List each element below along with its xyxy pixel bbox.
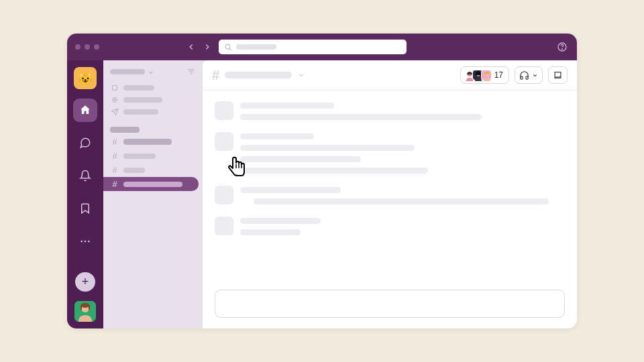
channel-sidebar: # # # #: [103, 60, 203, 328]
canvas-button[interactable]: [548, 66, 568, 84]
filter-icon[interactable]: [186, 67, 196, 76]
chevron-down-icon[interactable]: [297, 71, 305, 79]
app-window: 😺 +: [67, 34, 577, 328]
window-zoom-dot[interactable]: [94, 44, 99, 50]
rail-activity[interactable]: [73, 164, 97, 188]
svg-point-2: [561, 49, 562, 50]
hash-icon: #: [110, 179, 119, 189]
rail-later[interactable]: [73, 197, 97, 221]
sidebar-channel-item[interactable]: #: [103, 163, 203, 177]
message-avatar-skeleton: [215, 101, 233, 120]
hash-icon: #: [110, 151, 119, 161]
workspace-switcher[interactable]: 😺: [74, 67, 97, 89]
sidebar-channel-item-selected[interactable]: #: [103, 177, 199, 191]
history-nav: [185, 41, 213, 53]
rail-home[interactable]: [73, 99, 97, 122]
sidebar-channel-item[interactable]: #: [103, 149, 203, 163]
message-avatar-skeleton: [215, 132, 233, 151]
message-line-skeleton: [240, 168, 428, 174]
message-line-skeleton: [240, 156, 361, 162]
channel-name-skeleton: [123, 154, 156, 159]
home-icon: [79, 104, 91, 116]
channel-name-skeleton: [123, 182, 182, 187]
user-avatar[interactable]: [74, 301, 96, 322]
workspace-name-skeleton: [110, 69, 145, 74]
sidebar-item-mentions[interactable]: [103, 94, 203, 106]
avatar-icon: [74, 301, 96, 322]
message-line-skeleton: [240, 187, 341, 193]
canvas-icon: [553, 70, 563, 80]
search-input[interactable]: [219, 40, 407, 54]
workspace-rail: 😺 +: [67, 60, 103, 328]
sidebar-label-skeleton: [123, 109, 158, 115]
svg-point-4: [85, 241, 87, 243]
message-item[interactable]: [215, 186, 565, 204]
chat-icon: [79, 137, 91, 149]
more-icon: [79, 235, 91, 247]
message-item[interactable]: [215, 217, 565, 235]
sidebar-channel-item[interactable]: #: [103, 135, 203, 149]
workspace-icon: 😺: [78, 71, 93, 86]
message-list: [203, 90, 577, 290]
message-line-skeleton: [240, 218, 321, 224]
rail-dms[interactable]: [73, 131, 97, 155]
window-minimize-dot[interactable]: [85, 44, 90, 50]
sidebar-item-drafts[interactable]: [103, 106, 203, 118]
bookmark-icon: [79, 202, 91, 215]
window-close-dot[interactable]: [75, 44, 80, 50]
channel-name-skeleton: [123, 168, 145, 173]
channel-members-button[interactable]: 17: [460, 66, 509, 84]
sidebar-item-threads[interactable]: [103, 82, 203, 94]
svg-point-0: [225, 44, 230, 49]
chevron-down-icon: [148, 69, 153, 74]
member-count: 17: [494, 70, 503, 80]
rail-add-button[interactable]: +: [75, 272, 95, 292]
sidebar-header[interactable]: [103, 67, 203, 82]
chevron-down-icon: [532, 72, 538, 78]
plus-icon: +: [82, 275, 89, 289]
member-avatars: [464, 70, 492, 80]
forward-button[interactable]: [201, 41, 213, 53]
sidebar-section-label-skeleton: [110, 127, 140, 133]
composer-area: [203, 290, 577, 328]
svg-point-3: [80, 241, 83, 243]
hash-icon: #: [110, 137, 119, 147]
message-line-skeleton: [240, 133, 314, 139]
conversation-pane: #: [203, 60, 577, 328]
sidebar-section-header[interactable]: [103, 125, 203, 135]
hash-icon: #: [212, 68, 219, 83]
hash-icon: #: [110, 165, 119, 175]
back-button[interactable]: [185, 41, 197, 53]
send-icon: [110, 108, 119, 116]
bell-icon: [79, 170, 91, 182]
channel-name-skeleton: [123, 139, 172, 145]
headphones-icon: [519, 70, 529, 80]
message-line-skeleton: [240, 145, 415, 151]
message-line-skeleton: [240, 103, 334, 109]
titlebar: [67, 34, 577, 60]
threads-icon: [110, 84, 119, 92]
window-controls: [75, 44, 99, 50]
message-composer[interactable]: [215, 290, 565, 318]
sidebar-label-skeleton: [123, 85, 154, 90]
rail-more[interactable]: [73, 230, 97, 253]
at-icon: [110, 96, 119, 104]
help-button[interactable]: [555, 40, 569, 54]
huddle-button[interactable]: [515, 66, 543, 84]
member-avatar-icon: [481, 70, 492, 80]
channel-name-skeleton: [225, 72, 292, 78]
message-line-skeleton: [254, 198, 549, 204]
sidebar-label-skeleton: [123, 97, 162, 103]
svg-point-5: [88, 241, 90, 243]
message-item[interactable]: [215, 132, 565, 174]
search-placeholder-skeleton: [236, 44, 276, 50]
channel-header: #: [203, 60, 577, 90]
search-icon: [224, 43, 232, 51]
message-item[interactable]: [215, 101, 565, 120]
message-avatar-skeleton: [215, 186, 233, 204]
message-avatar-skeleton: [215, 217, 233, 235]
message-line-skeleton: [240, 114, 482, 120]
message-line-skeleton: [240, 229, 301, 235]
svg-rect-11: [113, 86, 117, 90]
